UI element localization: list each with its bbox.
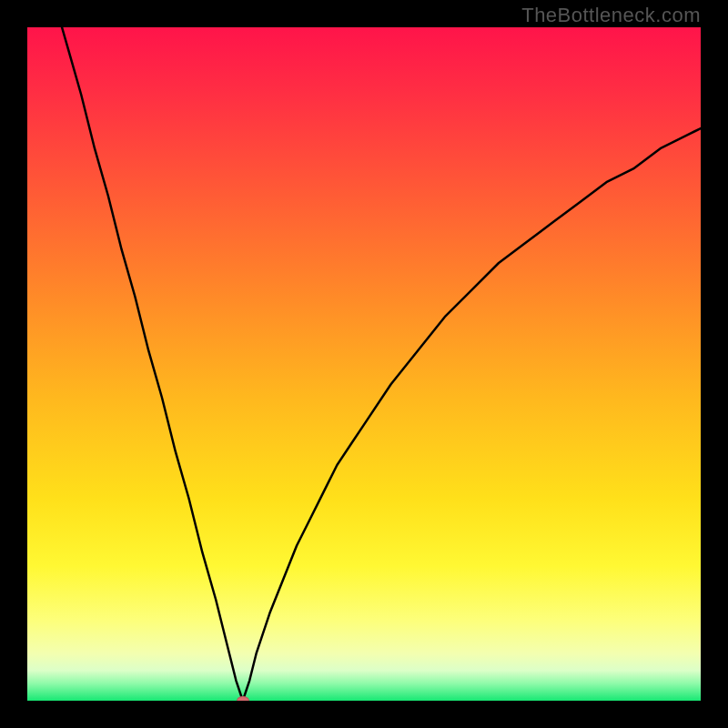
plot-area (27, 27, 701, 701)
watermark: TheBottleneck.com (521, 4, 701, 27)
chart-frame: TheBottleneck.com (0, 0, 728, 728)
optimum-marker (237, 696, 249, 701)
bottleneck-curve (27, 27, 701, 701)
